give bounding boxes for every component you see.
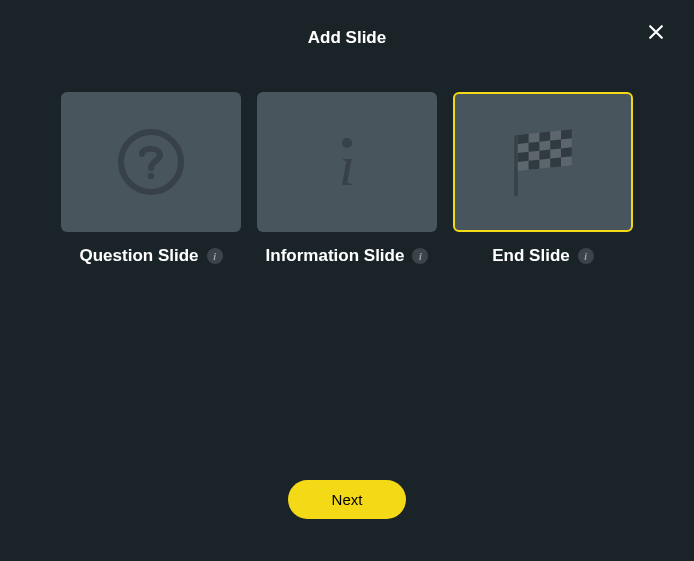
svg-point-1 [148,173,154,179]
card-label-information: Information Slide [266,246,405,266]
svg-rect-11 [561,147,572,157]
info-i-icon: ı [339,138,355,187]
card-wrap-end: End Slide i [453,92,633,266]
close-icon [646,22,666,42]
card-label-row-information: Information Slide i [266,246,429,266]
card-label-row-end: End Slide i [492,246,593,266]
svg-rect-9 [518,152,529,162]
question-mark-icon [117,128,185,196]
card-wrap-information: ı Information Slide i [257,92,437,266]
svg-rect-4 [518,134,529,144]
slide-type-cards: Question Slide i ı Information Slide i [20,92,674,266]
checkered-flag-icon [498,117,588,207]
svg-rect-6 [561,129,572,139]
svg-rect-13 [550,157,561,167]
dialog-title: Add Slide [308,28,386,48]
svg-rect-7 [529,142,540,152]
card-end-slide[interactable] [453,92,633,232]
info-icon[interactable]: i [578,248,594,264]
card-wrap-question: Question Slide i [61,92,241,266]
card-information-slide[interactable]: ı [257,92,437,232]
svg-rect-12 [529,160,540,170]
svg-rect-10 [539,150,550,160]
next-button[interactable]: Next [288,480,407,519]
card-label-row-question: Question Slide i [79,246,222,266]
svg-rect-5 [539,132,550,142]
svg-rect-8 [550,139,561,149]
info-icon[interactable]: i [412,248,428,264]
card-label-end: End Slide [492,246,569,266]
card-label-question: Question Slide [79,246,198,266]
dialog-header: Add Slide [20,28,674,48]
card-question-slide[interactable] [61,92,241,232]
add-slide-dialog: Add Slide Question Slide i [0,0,694,561]
close-button[interactable] [642,18,670,46]
info-icon[interactable]: i [207,248,223,264]
dialog-footer: Next [20,480,674,537]
